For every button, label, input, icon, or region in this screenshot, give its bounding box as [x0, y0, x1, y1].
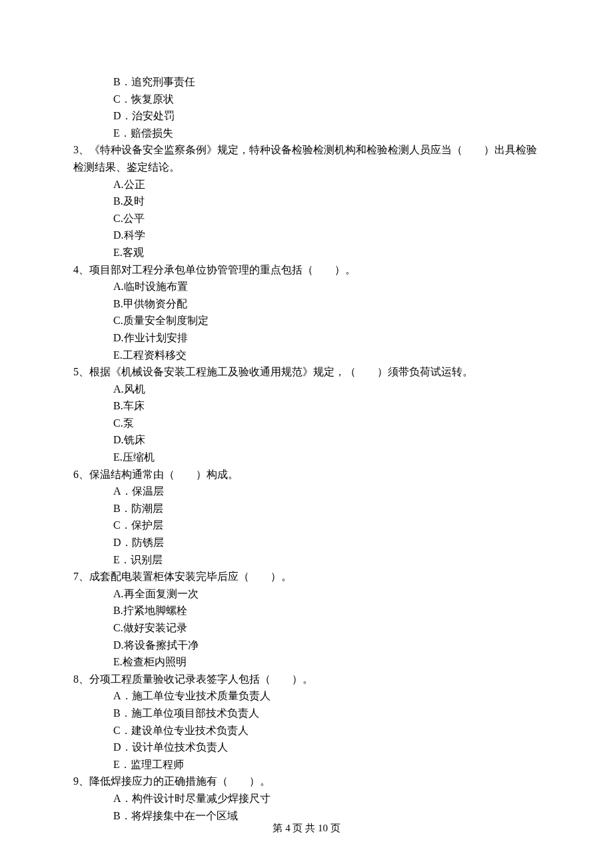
- option-line: D.作业计划安排: [73, 329, 540, 347]
- option-line: B.甲供物资分配: [73, 295, 540, 313]
- question-stem: 5、根据《机械设备安装工程施工及验收通用规范》规定，（ ）须带负荷试运转。: [73, 363, 540, 381]
- option-line: B.拧紧地脚螺栓: [73, 602, 540, 619]
- option-line: A．保温层: [73, 483, 540, 500]
- option-line: A.临时设施布置: [73, 278, 540, 295]
- option-line: C.泵: [73, 415, 540, 432]
- option-line: C.质量安全制度制定: [73, 312, 540, 329]
- option-line: A.公正: [73, 176, 540, 193]
- option-line: D．防锈层: [73, 534, 540, 551]
- option-line: C．建设单位专业技术负责人: [73, 722, 540, 739]
- option-line: E．识别层: [73, 551, 540, 569]
- question-stem: 3、《特种设备安全监察条例》规定，特种设备检验检测机构和检验检测人员应当（ ）出…: [73, 141, 540, 175]
- option-line: D.铣床: [73, 431, 540, 449]
- option-line: A．施工单位专业技术质量负责人: [73, 687, 540, 705]
- page: B．追究刑事责任 C．恢复原状 D．治安处罚 E．赔偿损失 3、《特种设备安全监…: [0, 0, 613, 868]
- option-line: A.风机: [73, 381, 540, 398]
- option-line: B．追究刑事责任: [73, 73, 540, 91]
- question-stem: 8、分项工程质量验收记录表签字人包括（ ）。: [73, 671, 540, 688]
- option-line: B.及时: [73, 193, 540, 210]
- option-line: E.压缩机: [73, 449, 540, 466]
- option-line: E.客观: [73, 244, 540, 261]
- question-stem: 7、成套配电装置柜体安装完毕后应（ ）。: [73, 568, 540, 585]
- option-line: A．构件设计时尽量减少焊接尺寸: [73, 790, 540, 807]
- option-line: D.科学: [73, 227, 540, 244]
- option-line: C.做好安装记录: [73, 619, 540, 637]
- option-line: B．防潮层: [73, 500, 540, 517]
- option-line: E.检查柜内照明: [73, 653, 540, 671]
- option-line: D．设计单位技术负责人: [73, 739, 540, 756]
- option-line: D.将设备擦拭干净: [73, 637, 540, 654]
- option-line: E.工程资料移交: [73, 347, 540, 364]
- question-stem: 4、项目部对工程分承包单位协管管理的重点包括（ ）。: [73, 261, 540, 279]
- option-line: C．恢复原状: [73, 91, 540, 108]
- option-line: E．赔偿损失: [73, 125, 540, 142]
- option-line: B.车床: [73, 397, 540, 415]
- page-footer: 第 4 页 共 10 页: [0, 820, 613, 836]
- option-line: E．监理工程师: [73, 756, 540, 773]
- option-line: B．施工单位项目部技术负责人: [73, 705, 540, 722]
- option-line: A.再全面复测一次: [73, 585, 540, 603]
- question-stem: 6、保温结构通常由（ ）构成。: [73, 466, 540, 483]
- option-line: C.公平: [73, 210, 540, 227]
- question-stem: 9、降低焊接应力的正确措施有（ ）。: [73, 773, 540, 790]
- option-line: D．治安处罚: [73, 107, 540, 125]
- option-line: C．保护层: [73, 517, 540, 534]
